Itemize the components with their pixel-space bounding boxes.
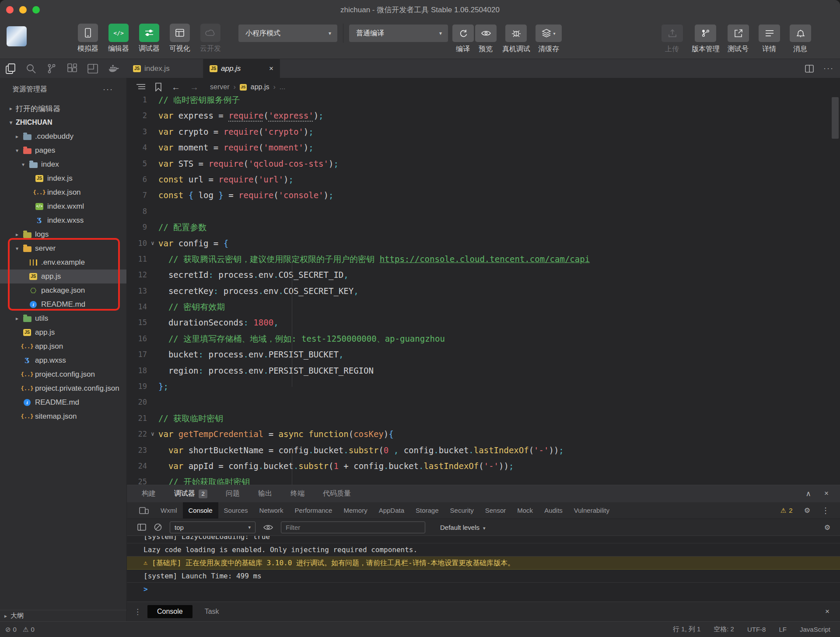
breadcrumb-symbol[interactable]: ... xyxy=(280,83,285,91)
code-line-6[interactable]: 6const url = require('url'); xyxy=(127,172,840,187)
tree-item-.codebuddy[interactable]: ▸.codebuddy xyxy=(0,130,126,144)
code-line-11[interactable]: 11 // 获取腾讯云密钥，建议使用限定权限的子用户的密钥 https://co… xyxy=(127,251,840,267)
panel-tab-调试器[interactable]: 调试器2 xyxy=(174,485,207,502)
status-item[interactable]: UTF-8 xyxy=(747,625,766,634)
tab-index-js[interactable]: JS index.js xyxy=(127,59,203,78)
devtools-tab-sensor[interactable]: Sensor xyxy=(480,502,512,518)
warning-count-badge[interactable]: ⚠2 xyxy=(780,507,793,514)
status-item[interactable]: LF xyxy=(779,625,787,634)
twisty-icon[interactable]: ▾ xyxy=(18,161,28,168)
console-drawer-tab-console[interactable]: Console xyxy=(147,605,192,618)
visualize-button[interactable]: 可视化 xyxy=(164,24,195,53)
tree-item-utils[interactable]: ▸utils xyxy=(0,312,126,326)
devtools-tab-storage[interactable]: Storage xyxy=(410,502,444,518)
fold-icon[interactable]: ∨ xyxy=(147,235,158,251)
source-control-icon[interactable] xyxy=(41,63,62,74)
devtools-settings-icon[interactable]: ⚙ xyxy=(804,506,810,514)
devtools-tab-network[interactable]: Network xyxy=(254,502,289,518)
clear-console-icon[interactable] xyxy=(154,523,162,531)
tree-item-README.md[interactable]: README.md xyxy=(0,396,126,410)
outline-list-icon[interactable] xyxy=(136,84,145,91)
bookmark-icon[interactable] xyxy=(155,83,162,91)
editor-button[interactable]: </> 编辑器 xyxy=(103,24,134,53)
drag-handle-icon[interactable]: ⋮ xyxy=(134,607,141,616)
editor-layout-icon[interactable] xyxy=(82,64,103,74)
code-line-25[interactable]: 25 // 开始获取临时密钥 xyxy=(127,474,840,485)
code-line-22[interactable]: 22∨var getTempCredential = async functio… xyxy=(127,426,840,442)
twisty-icon[interactable]: ▾ xyxy=(6,119,16,126)
tree-item-app.wxss[interactable]: app.wxss xyxy=(0,354,126,368)
code-line-9[interactable]: 9// 配置参数 xyxy=(127,219,840,235)
code-line-17[interactable]: 17 bucket: process.env.PERSIST_BUCKET, xyxy=(127,346,840,362)
tree-item-pages[interactable]: ▾pages xyxy=(0,144,126,158)
panel-tab-代码质量[interactable]: 代码质量 xyxy=(323,485,351,502)
devtools-tab-mock[interactable]: Mock xyxy=(511,502,539,518)
explorer-menu-icon[interactable]: ··· xyxy=(103,85,113,94)
twisty-icon[interactable]: ▸ xyxy=(6,105,16,112)
tree-item-app.js[interactable]: app.js xyxy=(0,326,126,340)
tree-item-index.wxss[interactable]: index.wxss xyxy=(0,214,126,228)
error-count[interactable]: ⊘0 xyxy=(5,626,17,634)
messages-button[interactable] xyxy=(790,24,811,42)
code-line-14[interactable]: 14 // 密钥有效期 xyxy=(127,299,840,315)
code-line-12[interactable]: 12 secretId: process.env.COS_SECRET_ID, xyxy=(127,267,840,283)
preview-button[interactable] xyxy=(475,24,497,42)
back-icon[interactable]: ← xyxy=(172,82,180,92)
code-line-20[interactable]: 20 xyxy=(127,394,840,410)
log-levels-select[interactable]: Default levels▾ xyxy=(440,524,486,531)
console-sidebar-icon[interactable] xyxy=(137,524,146,531)
code-line-19[interactable]: 19}; xyxy=(127,378,840,394)
tab-app-js[interactable]: JS app.js × xyxy=(203,59,280,78)
code-line-4[interactable]: 4var moment = require('moment'); xyxy=(127,140,840,155)
details-button[interactable] xyxy=(759,24,780,42)
code-line-21[interactable]: 21// 获取临时密钥 xyxy=(127,410,840,426)
devtools-tab-appdata[interactable]: AppData xyxy=(373,502,410,518)
extensions-icon[interactable] xyxy=(62,63,82,74)
twisty-icon[interactable]: ▸ xyxy=(12,315,22,322)
tree-item-index.js[interactable]: index.js xyxy=(0,172,126,186)
devtools-tab-security[interactable]: Security xyxy=(444,502,480,518)
panel-tab-问题[interactable]: 问题 xyxy=(226,485,240,502)
status-item[interactable]: 空格: 2 xyxy=(714,625,734,634)
split-editor-icon[interactable] xyxy=(805,65,814,73)
files-icon[interactable] xyxy=(0,63,21,74)
remote-debug-button[interactable] xyxy=(505,24,527,42)
code-line-1[interactable]: 1// 临时密钥服务例子 xyxy=(127,96,840,108)
devtools-tab-memory[interactable]: Memory xyxy=(338,502,373,518)
tree-item-sitemap.json[interactable]: sitemap.json xyxy=(0,410,126,424)
tree-item-server[interactable]: ▾server xyxy=(0,242,126,256)
console-row-prompt[interactable]: > xyxy=(127,583,840,596)
panel-tab-输出[interactable]: 输出 xyxy=(258,485,272,502)
console-drawer-tab-task[interactable]: Task xyxy=(195,605,229,618)
code-line-5[interactable]: 5var STS = require('qcloud-cos-sts'); xyxy=(127,156,840,172)
devtools-tab-console[interactable]: Console xyxy=(183,502,218,518)
version-control-button[interactable] xyxy=(695,24,716,42)
console-settings-icon[interactable]: ⚙ xyxy=(824,523,840,532)
devtools-more-icon[interactable]: ⋮ xyxy=(822,506,830,515)
panel-tab-构建[interactable]: 构建 xyxy=(142,485,156,502)
tree-item-index.wxml[interactable]: index.wxml xyxy=(0,200,126,214)
code-line-13[interactable]: 13 secretKey: process.env.COS_SECRET_KEY… xyxy=(127,283,840,299)
tree-item-project.private.config.json[interactable]: project.private.config.json xyxy=(0,382,126,396)
code-line-2[interactable]: 2var express = require('express'); xyxy=(127,108,840,123)
test-account-button[interactable] xyxy=(728,24,749,42)
context-select[interactable]: top ▾ xyxy=(170,522,256,533)
twisty-icon[interactable]: ▾ xyxy=(12,147,22,154)
twisty-icon[interactable]: ▾ xyxy=(12,245,22,252)
warning-count[interactable]: ⚠0 xyxy=(23,626,35,634)
devtools-tab-audits[interactable]: Audits xyxy=(539,502,568,518)
close-tab-icon[interactable]: × xyxy=(269,64,273,73)
tree-item-README.md[interactable]: README.md xyxy=(0,298,126,312)
compile-mode-select[interactable]: 普通编译 ▾ xyxy=(349,24,448,42)
tree-item-app.json[interactable]: app.json xyxy=(0,340,126,354)
devtools-tab-wxml[interactable]: Wxml xyxy=(155,502,183,518)
code-line-3[interactable]: 3var crypto = require('crypto'); xyxy=(127,124,840,140)
editor-scrollbar[interactable] xyxy=(832,97,839,139)
tree-item-index[interactable]: ▾index xyxy=(0,158,126,172)
panel-tab-终端[interactable]: 终端 xyxy=(290,485,304,502)
code-area[interactable]: 1// 临时密钥服务例子2var express = require('expr… xyxy=(127,96,840,485)
mode-select[interactable]: 小程序模式 ▾ xyxy=(238,24,337,42)
code-line-16[interactable]: 16 // 这里填写存储桶、地域，例如: test-1250000000、ap-… xyxy=(127,331,840,346)
code-line-23[interactable]: 23 var shortBucketName = config.bucket.s… xyxy=(127,442,840,458)
tree-item--[interactable]: ▸打开的编辑器 xyxy=(0,102,126,116)
